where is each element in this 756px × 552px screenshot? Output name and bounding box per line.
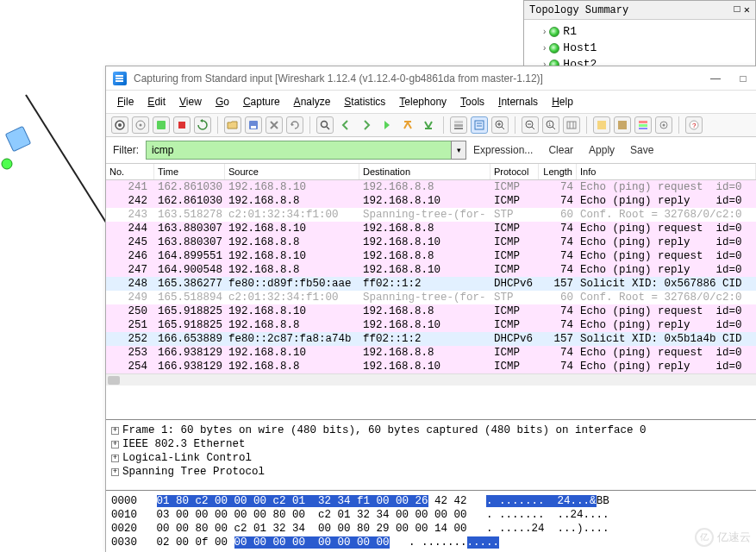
zoom-out-button[interactable] bbox=[522, 116, 539, 134]
close-file-button[interactable] bbox=[266, 116, 283, 134]
horizontal-scrollbar[interactable] bbox=[106, 373, 756, 386]
detail-row[interactable]: +Frame 1: 60 bytes on wire (480 bits), 6… bbox=[111, 423, 751, 437]
packet-row[interactable]: 249165.518894c2:01:32:34:f1:00Spanning-t… bbox=[106, 291, 756, 304]
filter-clear[interactable]: Clear bbox=[548, 144, 573, 156]
hex-row[interactable]: 0010 03 00 00 00 00 00 80 00 c2 01 32 34… bbox=[111, 508, 751, 522]
svg-rect-17 bbox=[454, 128, 463, 129]
packet-row[interactable]: 243163.518278c2:01:32:34:f1:00Spanning-t… bbox=[106, 208, 756, 222]
svg-rect-8 bbox=[178, 122, 185, 129]
options-button[interactable] bbox=[132, 116, 149, 134]
svg-rect-36 bbox=[639, 121, 647, 123]
topology-node[interactable]: ›Host1 bbox=[543, 40, 748, 56]
go-last-button[interactable] bbox=[420, 116, 437, 134]
packet-row[interactable]: 248165.386277fe80::d89f:fb50:aaeff02::1:… bbox=[106, 277, 756, 291]
detail-text: IEEE 802.3 Ethernet bbox=[122, 437, 246, 451]
packet-row[interactable]: 254166.938129192.168.8.8192.168.8.10ICMP… bbox=[106, 360, 756, 373]
filter-label: Filter: bbox=[113, 144, 139, 156]
col-no[interactable]: No. bbox=[106, 164, 154, 179]
restart-capture-button[interactable] bbox=[194, 116, 211, 134]
capture-filters-button[interactable] bbox=[593, 116, 610, 134]
coloring-rules-button[interactable] bbox=[634, 116, 652, 134]
go-first-button[interactable] bbox=[399, 116, 416, 134]
hex-row[interactable]: 0020 00 00 80 00 c2 01 32 34 00 00 80 29… bbox=[111, 522, 751, 536]
topology-close-icon[interactable]: ✕ bbox=[744, 3, 750, 16]
col-protocol[interactable]: Protocol bbox=[490, 164, 539, 179]
preferences-button[interactable] bbox=[655, 116, 672, 134]
window-title: Capturing from Standard input [Wireshark… bbox=[134, 72, 703, 85]
packet-row[interactable]: 250165.918825192.168.8.10192.168.8.8ICMP… bbox=[106, 304, 756, 318]
menu-analyze[interactable]: Analyze bbox=[288, 94, 337, 110]
wireshark-icon bbox=[113, 72, 127, 85]
hex-row[interactable]: 0030 02 00 0f 00 00 00 00 00 00 00 00 00… bbox=[111, 536, 751, 549]
col-info[interactable]: Info bbox=[577, 164, 756, 179]
interfaces-button[interactable] bbox=[111, 116, 128, 134]
filter-dropdown-icon[interactable]: ▾ bbox=[451, 141, 466, 160]
filter-save[interactable]: Save bbox=[630, 144, 653, 156]
resize-cols-button[interactable] bbox=[563, 116, 580, 134]
go-to-packet-button[interactable] bbox=[378, 116, 396, 134]
menu-help[interactable]: Help bbox=[546, 94, 579, 110]
packet-row[interactable]: 247164.900548192.168.8.8192.168.8.10ICMP… bbox=[106, 263, 756, 277]
expand-icon[interactable]: + bbox=[111, 468, 119, 476]
packet-row[interactable]: 246164.899551192.168.8.10192.168.8.8ICMP… bbox=[106, 249, 756, 263]
menu-capture[interactable]: Capture bbox=[237, 94, 286, 110]
menu-internals[interactable]: Internals bbox=[492, 94, 544, 110]
menu-statistics[interactable]: Statistics bbox=[338, 94, 391, 110]
packet-row[interactable]: 253166.938129192.168.8.10192.168.8.8ICMP… bbox=[106, 346, 756, 360]
packet-row[interactable]: 245163.880307192.168.8.8192.168.8.10ICMP… bbox=[106, 235, 756, 249]
packet-row[interactable]: 241162.861030192.168.8.10192.168.8.8ICMP… bbox=[106, 180, 756, 194]
colorize-button[interactable] bbox=[450, 116, 467, 134]
detail-row[interactable]: +Spanning Tree Protocol bbox=[111, 465, 751, 479]
auto-scroll-button[interactable] bbox=[471, 116, 488, 134]
zoom-in-button[interactable] bbox=[491, 116, 509, 134]
open-button[interactable] bbox=[224, 116, 241, 134]
svg-line-29 bbox=[553, 127, 555, 129]
filter-expression[interactable]: Expression... bbox=[473, 144, 533, 156]
help-button[interactable]: ? bbox=[685, 116, 703, 134]
svg-rect-15 bbox=[454, 121, 463, 123]
menubar: FileEditViewGoCaptureAnalyzeStatisticsTe… bbox=[106, 91, 756, 114]
col-length[interactable]: Length bbox=[539, 164, 577, 179]
status-dot-icon bbox=[549, 43, 559, 53]
packet-row[interactable]: 252166.653889fe80::2c87:fa8:a74bff02::1:… bbox=[106, 332, 756, 346]
packet-row[interactable]: 242162.861030192.168.8.8192.168.8.10ICMP… bbox=[106, 194, 756, 208]
expand-icon[interactable]: + bbox=[111, 455, 119, 462]
go-forward-button[interactable] bbox=[358, 116, 375, 134]
display-filters-button[interactable] bbox=[614, 116, 631, 134]
save-button[interactable] bbox=[245, 116, 262, 134]
svg-line-12 bbox=[327, 127, 329, 129]
menu-file[interactable]: File bbox=[111, 94, 140, 110]
svg-rect-16 bbox=[454, 124, 463, 127]
start-capture-button[interactable] bbox=[153, 116, 170, 134]
svg-rect-37 bbox=[639, 124, 647, 127]
topology-undock-icon[interactable]: □ bbox=[734, 3, 740, 16]
detail-row[interactable]: +Logical-Link Control bbox=[111, 451, 751, 465]
menu-go[interactable]: Go bbox=[209, 94, 235, 110]
filter-apply[interactable]: Apply bbox=[589, 144, 615, 156]
col-destination[interactable]: Destination bbox=[359, 164, 490, 179]
expand-icon[interactable]: + bbox=[111, 427, 119, 435]
packet-row[interactable]: 251165.918825192.168.8.8192.168.8.10ICMP… bbox=[106, 318, 756, 332]
minimize-button[interactable]: — bbox=[709, 72, 722, 85]
menu-edit[interactable]: Edit bbox=[141, 94, 172, 110]
topology-node[interactable]: ›R1 bbox=[543, 23, 748, 40]
menu-view[interactable]: View bbox=[173, 94, 208, 110]
status-dot-icon bbox=[549, 27, 559, 37]
filter-input[interactable] bbox=[146, 141, 451, 160]
hex-pane: 0000 01 80 c2 00 00 00 c2 01 32 34 f1 00… bbox=[106, 490, 756, 552]
go-back-button[interactable] bbox=[337, 116, 354, 134]
find-button[interactable] bbox=[316, 116, 334, 134]
maximize-button[interactable]: □ bbox=[737, 72, 749, 85]
svg-text:1: 1 bbox=[548, 122, 552, 127]
packet-row[interactable]: 244163.880307192.168.8.10192.168.8.8ICMP… bbox=[106, 222, 756, 235]
stop-capture-button[interactable] bbox=[173, 116, 191, 134]
col-time[interactable]: Time bbox=[154, 164, 225, 179]
col-source[interactable]: Source bbox=[225, 164, 359, 179]
menu-tools[interactable]: Tools bbox=[454, 94, 490, 110]
hex-row[interactable]: 0000 01 80 c2 00 00 00 c2 01 32 34 f1 00… bbox=[111, 494, 751, 508]
zoom-reset-button[interactable]: 1 bbox=[542, 116, 559, 134]
menu-telephony[interactable]: Telephony bbox=[393, 94, 453, 110]
reload-button[interactable] bbox=[286, 116, 303, 134]
expand-icon[interactable]: + bbox=[111, 441, 119, 448]
detail-row[interactable]: +IEEE 802.3 Ethernet bbox=[111, 437, 751, 451]
